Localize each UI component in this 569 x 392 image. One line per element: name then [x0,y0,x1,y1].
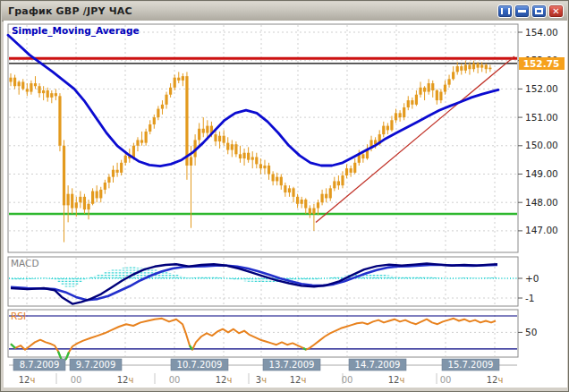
date-label: 10.7.2009 [171,359,228,371]
price-tag: 152.75 [519,57,565,70]
date-label-text: 9.7.2009 [76,360,116,370]
time-label: 00 [440,375,452,385]
time-labels: 12ч0012ч0012ч3ч12ч0012ч0012ч [19,375,504,385]
time-label: 3ч [256,375,267,385]
time-label: 00 [71,375,82,385]
time-label: 00 [169,375,181,385]
price-axis-label: 154.00 [525,27,558,38]
window-title: График GBP /JPY ЧАС [2,5,132,17]
sma-label: Simple_Moving_Average [12,25,140,37]
macd-axis-label: +0 [525,273,539,284]
chart-svg[interactable]: 154.00153.00152.00151.00150.00149.00148.… [4,21,567,388]
date-label: 15.7.2009 [442,359,499,371]
price-axis-label: 148.00 [525,197,558,208]
date-label-text: 14.7.2009 [355,360,401,370]
time-label: 12ч [388,375,405,385]
close-button[interactable]: ✕ [548,4,564,18]
chart-client-area: 154.00153.00152.00151.00150.00149.00148.… [4,21,567,388]
maximize-button[interactable] [531,4,547,18]
date-label: 9.7.2009 [70,359,122,371]
pause-button[interactable] [497,4,513,18]
rsi-axis-label: 50 [525,327,537,337]
date-label: 8.7.2009 [13,359,65,371]
minimize-button[interactable] [514,4,530,18]
time-label: 00 [342,375,353,385]
price-tag-value: 152.75 [523,58,560,69]
date-label-text: 8.7.2009 [20,360,60,370]
rsi-panel [8,310,518,357]
rsi-label: RSI [11,311,26,321]
date-label-text: 13.7.2009 [269,360,315,370]
time-label: 12ч [117,375,134,385]
time-label: 12ч [290,375,307,385]
price-axis-label: 151.00 [525,112,558,123]
time-label: 12ч [19,375,36,385]
date-label-text: 15.7.2009 [448,360,494,370]
price-axis-label: 152.00 [525,83,558,94]
price-axis-label: 147.00 [525,225,558,235]
macd-axis-label: -1 [525,293,534,303]
price-axis-label: 149.00 [525,168,558,179]
date-label: 13.7.2009 [263,359,320,371]
time-label: 12ч [216,375,233,385]
close-icon: ✕ [549,5,563,17]
titlebar[interactable]: График GBP /JPY ЧАС ✕ [2,2,567,21]
date-label: 14.7.2009 [349,359,406,371]
date-label-text: 10.7.2009 [177,360,223,370]
rsi-oversold-segment [303,348,306,350]
macd-label: MACD [11,258,38,268]
chart-window: График GBP /JPY ЧАС ✕ 154.00153.00152.00… [0,0,569,392]
window-controls: ✕ [497,4,564,18]
price-axis-label: 150.00 [525,140,558,150]
time-label: 12ч [487,375,504,385]
